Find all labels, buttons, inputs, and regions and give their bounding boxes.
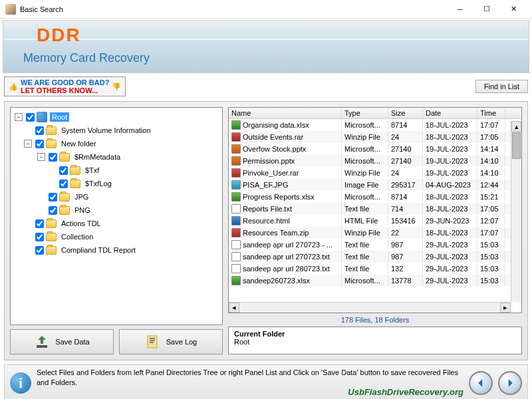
- header-time[interactable]: Time: [477, 108, 505, 118]
- file-type: Text file: [342, 251, 388, 262]
- list-row[interactable]: Overfow Stock.pptxMicrosoft...2714019-JU…: [229, 143, 521, 155]
- feedback-button[interactable]: 👍 WE ARE GOOD OR BAD? LET OTHERS KNOW...…: [4, 76, 126, 96]
- file-time: 17:05: [477, 132, 505, 142]
- find-in-list-button[interactable]: Find in List: [475, 80, 528, 93]
- file-date: 18-JUL-2023: [423, 120, 477, 130]
- file-date: 29-JUL-2023: [423, 275, 477, 286]
- save-log-label: Save Log: [166, 338, 197, 346]
- tree-checkbox[interactable]: [49, 206, 57, 215]
- file-date: 29-JUN-2023: [423, 215, 477, 226]
- file-icon: [231, 168, 241, 178]
- tree-item-label[interactable]: $RmMetadata: [72, 152, 122, 162]
- file-size: 295317: [388, 180, 423, 190]
- save-log-icon: [145, 334, 161, 350]
- file-size: 24: [388, 132, 423, 142]
- left-column: − Root System Volume Information − New f…: [10, 107, 223, 354]
- file-name: Progress Reports.xlsx: [243, 193, 315, 201]
- file-type: Winzip File: [342, 132, 388, 142]
- tree-checkbox[interactable]: [35, 246, 44, 255]
- tree-collapse-icon[interactable]: −: [37, 153, 45, 161]
- save-log-button[interactable]: Save Log: [119, 329, 223, 354]
- tree-checkbox[interactable]: [26, 113, 35, 122]
- file-size: 987: [388, 239, 423, 250]
- list-row[interactable]: sandeep apr url 280723.txtText file13229…: [229, 263, 521, 275]
- scroll-left-icon[interactable]: ◂: [229, 303, 239, 313]
- folder-icon: [46, 126, 57, 135]
- header-name[interactable]: Name: [229, 108, 342, 118]
- folder-icon: [46, 219, 57, 228]
- file-time: 12:44: [477, 180, 505, 190]
- file-list[interactable]: Name Type Size Date Time Organising data…: [228, 107, 522, 313]
- tree-item-label[interactable]: Compliand TDL Report: [59, 245, 138, 255]
- file-icon: [231, 156, 241, 166]
- tree-collapse-icon[interactable]: −: [15, 113, 23, 121]
- scroll-right-icon[interactable]: ▸: [500, 303, 511, 313]
- folder-icon: [59, 153, 70, 162]
- file-name: Reports File.txt: [243, 205, 292, 213]
- tree-item-label[interactable]: $TxfLog: [83, 179, 114, 188]
- list-row[interactable]: Permission.pptxMicrosoft...2714019-JUL-2…: [229, 155, 521, 167]
- list-row[interactable]: sandeep260723.xlsxMicrosoft...1377829-JU…: [229, 275, 521, 287]
- maximize-button[interactable]: ☐: [473, 1, 500, 17]
- tree-item-label[interactable]: Actions TDL: [59, 219, 103, 228]
- close-button[interactable]: ✕: [500, 1, 527, 17]
- tree-item-label[interactable]: System Volume Information: [59, 126, 153, 135]
- list-row[interactable]: sandeep apr url 270723.txtText file98729…: [229, 251, 521, 263]
- list-row[interactable]: Reports File.txtText file71418-JUL-20231…: [229, 203, 521, 215]
- tree-item-label[interactable]: PNG: [72, 205, 92, 215]
- list-row[interactable]: Outside Events.rarWinzip File2418-JUL-20…: [229, 131, 521, 143]
- file-type: Text file: [342, 263, 388, 274]
- file-icon: [231, 264, 241, 273]
- vertical-scrollbar[interactable]: ▴: [511, 121, 521, 302]
- list-row[interactable]: Resource.htmlHTML File15341629-JUN-20231…: [229, 215, 521, 227]
- file-type: Text file: [342, 203, 388, 214]
- file-size: 153416: [388, 215, 423, 226]
- file-name: Permission.pptx: [243, 157, 295, 165]
- file-icon: [231, 132, 241, 142]
- list-row[interactable]: Organising data.xlsxMicrosoft...871418-J…: [229, 119, 521, 131]
- file-size: 714: [388, 203, 423, 214]
- list-row[interactable]: Resources Team.zipWinzip File2218-JUL-20…: [229, 227, 521, 239]
- file-name: sandeep apr url 270723.txt: [243, 253, 330, 261]
- back-button[interactable]: [469, 371, 493, 395]
- tree-checkbox[interactable]: [49, 193, 57, 201]
- main-area: − Root System Volume Information − New f…: [4, 101, 528, 360]
- file-type: Microsoft...: [342, 275, 388, 286]
- header-size[interactable]: Size: [388, 108, 423, 118]
- tree-item-label[interactable]: Collection: [59, 232, 95, 241]
- list-row[interactable]: Progress Reports.xlsxMicrosoft...871418-…: [229, 191, 521, 203]
- tree-checkbox[interactable]: [35, 219, 44, 228]
- header-type[interactable]: Type: [342, 108, 388, 118]
- forward-button[interactable]: [498, 371, 522, 395]
- list-row[interactable]: Pinvoke_User.rarWinzip File2419-JUL-2023…: [229, 167, 521, 179]
- tree-checkbox[interactable]: [35, 233, 44, 241]
- tree-item-label[interactable]: JPG: [72, 192, 90, 201]
- tree-item-label[interactable]: $Txf: [83, 166, 101, 175]
- logo-text: DDR: [37, 25, 81, 46]
- tree-checkbox[interactable]: [59, 180, 68, 188]
- header-date[interactable]: Date: [423, 108, 477, 118]
- file-time: 12:07: [477, 215, 505, 226]
- list-row[interactable]: sandeep apr url 270723 - ...Text file987…: [229, 239, 521, 251]
- tree-checkbox[interactable]: [35, 140, 44, 148]
- tree-root-label[interactable]: Root: [50, 112, 69, 122]
- tree-checkbox[interactable]: [35, 126, 44, 135]
- file-name: sandeep260723.xlsx: [243, 277, 310, 285]
- tree-checkbox[interactable]: [49, 153, 57, 162]
- file-time: 14:14: [477, 144, 505, 154]
- tree-checkbox[interactable]: [59, 166, 68, 175]
- toolbar: 👍 WE ARE GOOD OR BAD? LET OTHERS KNOW...…: [4, 76, 528, 97]
- tree-item-label[interactable]: New folder: [59, 139, 98, 148]
- file-size: 987: [388, 251, 423, 262]
- minimize-button[interactable]: ─: [447, 1, 473, 17]
- directory-tree[interactable]: − Root System Volume Information − New f…: [10, 107, 223, 325]
- horizontal-scrollbar[interactable]: ◂ ▸: [229, 302, 511, 313]
- scroll-up-icon[interactable]: ▴: [511, 121, 521, 132]
- file-icon: [231, 276, 241, 285]
- save-data-button[interactable]: Save Data: [10, 329, 114, 354]
- list-row[interactable]: PISA_EF.JPGImage File29531704-AUG-202312…: [229, 179, 521, 191]
- file-date: 29-JUL-2023: [423, 239, 477, 250]
- scroll-thumb[interactable]: [512, 132, 521, 159]
- tree-collapse-icon[interactable]: −: [24, 140, 32, 148]
- file-time: 15:03: [477, 239, 505, 250]
